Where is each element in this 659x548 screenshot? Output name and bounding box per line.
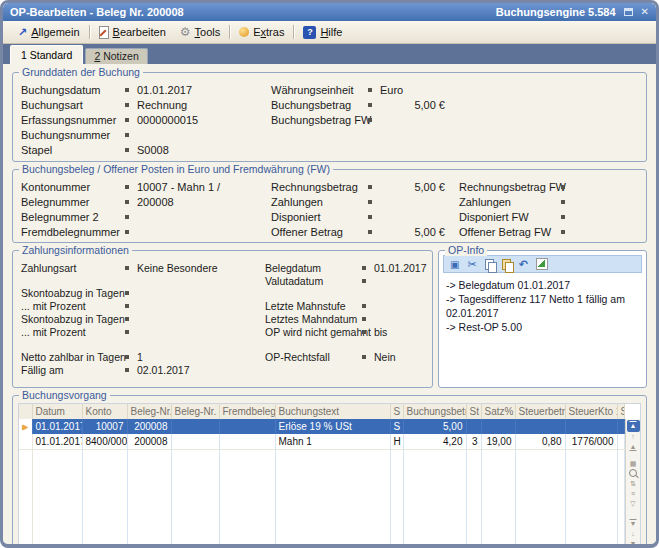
field-row: Buchungsbetrag5,00 € <box>13 99 646 114</box>
field-marker-icon <box>362 355 366 359</box>
empty-cell <box>390 510 403 525</box>
empty-cell <box>390 540 403 548</box>
empty-cell <box>565 465 617 480</box>
empty-cell <box>219 525 275 540</box>
column-header[interactable]: Datum <box>32 404 82 419</box>
column-header[interactable]: Buchungsbetrag € <box>403 404 466 419</box>
field-label: OP wird nicht gemahnt bis <box>265 326 387 338</box>
cell-satz: 19,00 <box>481 434 515 450</box>
field-value: Euro <box>380 84 403 96</box>
empty-cell <box>466 525 481 540</box>
search-button[interactable] <box>627 469 640 479</box>
table-row-selected[interactable]: ► 01.01.2017 10007 200008 Erlöse 19 % US… <box>19 419 625 434</box>
empty-cell <box>32 450 82 466</box>
sort-button[interactable]: ⇅ <box>627 479 640 489</box>
cell-steuerkto <box>565 419 617 434</box>
section-zahlungsinformationen: Zahlungsinformationen ZahlungsartKeine B… <box>12 250 433 388</box>
field-label: Belegdatum <box>265 262 321 274</box>
empty-cell <box>19 480 32 495</box>
tab-notizen[interactable]: 2 Notizen <box>85 48 147 64</box>
section-buchungsbeleg: Buchungsbeleg / Offener Posten in Euro u… <box>12 169 647 243</box>
empty-cell <box>403 525 466 540</box>
column-header[interactable]: Steue <box>617 404 625 419</box>
scroll-down-button[interactable]: ▼ <box>627 519 640 529</box>
goto-first-button[interactable]: ▲ <box>627 420 640 432</box>
column-header[interactable]: Steuerbetrag <box>515 404 565 419</box>
empty-cell <box>515 465 565 480</box>
goto-last-button[interactable]: ▼ <box>627 539 640 548</box>
field-marker-icon <box>125 133 129 137</box>
column-header[interactable]: Beleg-Nr. 2 <box>171 404 219 419</box>
field-row: Buchungsnummer <box>13 129 646 144</box>
menu-label: Extras <box>253 26 284 38</box>
menu-hilfe[interactable]: ? Hilfe <box>296 24 349 41</box>
empty-cell <box>481 495 515 510</box>
op-info-toolbar: ▣ ✂ ↶ <box>443 255 642 273</box>
column-header[interactable]: S <box>390 404 403 419</box>
cut-icon[interactable]: ✂ <box>467 258 476 271</box>
ne-arrow-icon: ↗ <box>18 26 27 39</box>
menu-bar: ↗ Allgemein Bearbeiten ⚙ Tools Extras ? … <box>3 21 656 44</box>
field-label: Stapel <box>21 144 52 156</box>
field-marker-icon <box>125 368 129 372</box>
close-icon[interactable]: ✕ <box>641 7 649 17</box>
empty-cell <box>19 465 32 480</box>
tab-standard[interactable]: 1 Standard <box>10 45 83 64</box>
copy-icon[interactable] <box>485 259 494 270</box>
list-button[interactable]: ≡ <box>627 489 640 499</box>
edit-icon[interactable] <box>536 258 548 270</box>
select-icon[interactable]: ▣ <box>450 259 459 270</box>
empty-row <box>19 510 625 525</box>
empty-cell <box>32 495 82 510</box>
columns-button[interactable]: ▦ <box>627 459 640 469</box>
field-row: WährungseinheitEuro <box>13 84 646 99</box>
cell-st: 3 <box>466 434 481 450</box>
menu-bearbeiten[interactable]: Bearbeiten <box>92 24 173 41</box>
empty-cell <box>481 480 515 495</box>
empty-cell <box>275 510 390 525</box>
empty-cell <box>617 495 625 510</box>
column-header[interactable]: Beleg-Nr. <box>127 404 171 419</box>
table-row[interactable]: 01.01.2017 8400/000 200008 Mahn 1 H 4,20… <box>19 434 625 450</box>
menu-tools[interactable]: ⚙ Tools <box>173 23 227 41</box>
empty-cell <box>481 525 515 540</box>
move-up-button[interactable]: ↑ <box>627 432 640 442</box>
field-row: Fällig am02.01.2017 <box>13 364 432 377</box>
menu-label: Hilfe <box>320 26 342 38</box>
menu-extras[interactable]: Extras <box>232 24 291 40</box>
field-marker-icon <box>561 185 565 189</box>
menu-allgemein[interactable]: ↗ Allgemein <box>11 24 87 41</box>
empty-cell <box>466 450 481 466</box>
empty-cell <box>127 525 171 540</box>
field-row: StapelS0008 <box>13 144 646 159</box>
paste-icon[interactable] <box>502 259 511 270</box>
field-label: Buchungsbetrag <box>271 99 351 111</box>
menu-separator <box>229 25 230 39</box>
title-bar[interactable]: OP-Bearbeiten - Beleg Nr. 200008 Buchung… <box>3 3 656 21</box>
empty-cell <box>403 540 466 548</box>
restore-icon[interactable] <box>624 8 633 16</box>
empty-cell <box>127 465 171 480</box>
empty-cell <box>82 510 127 525</box>
filter-button[interactable]: ▽ <box>627 499 640 509</box>
column-header[interactable]: Fremdbeleg-Nr. <box>219 404 275 419</box>
section-title: Buchungsvorgang <box>19 389 110 401</box>
tab-strip: 1 Standard 2 Notizen <box>3 44 656 64</box>
column-right: WährungseinheitEuro Buchungsbetrag5,00 €… <box>13 84 646 129</box>
cell-beleg-nr: 200008 <box>127 419 171 434</box>
field-label: OP-Rechtsfall <box>265 351 330 363</box>
column-header[interactable]: Satz% <box>481 404 515 419</box>
undo-icon[interactable]: ↶ <box>519 258 528 271</box>
section-title: OP-Info <box>445 244 487 256</box>
empty-cell <box>275 465 390 480</box>
move-down-button[interactable]: ↓ <box>627 529 640 539</box>
empty-cell <box>481 465 515 480</box>
empty-cell <box>219 495 275 510</box>
column-header[interactable]: Konto <box>82 404 127 419</box>
column-header[interactable]: Buchungstext <box>275 404 390 419</box>
scroll-up-button[interactable]: ▲ <box>627 442 640 452</box>
column-3: Rechnungsbetrag FW Zahlungen Disponiert … <box>13 181 646 241</box>
column-header[interactable]: SteuerKto 1 <box>565 404 617 419</box>
empty-cell <box>127 540 171 548</box>
column-header[interactable]: St <box>466 404 481 419</box>
